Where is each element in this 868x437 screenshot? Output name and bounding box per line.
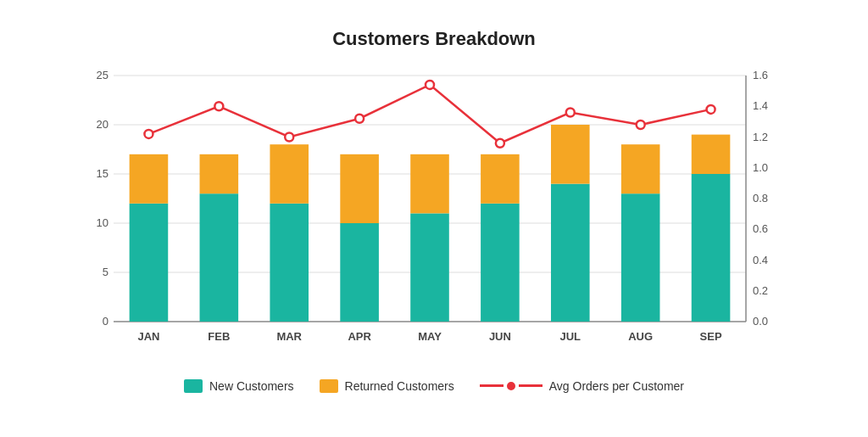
svg-point-51 xyxy=(285,132,293,141)
svg-text:15: 15 xyxy=(97,167,108,180)
svg-rect-27 xyxy=(270,144,309,204)
svg-rect-24 xyxy=(200,193,239,322)
avg-orders-line-seg2 xyxy=(519,384,542,387)
chart-svg: 05101520250.00.20.40.60.81.01.21.41.6JAN… xyxy=(78,59,790,364)
svg-text:JUL: JUL xyxy=(559,330,581,343)
chart-container: Customers Breakdown 05101520250.00.20.40… xyxy=(27,11,841,427)
svg-text:1.6: 1.6 xyxy=(753,69,768,81)
legend-new-customers: New Customers xyxy=(184,379,294,393)
svg-text:SEP: SEP xyxy=(700,330,722,343)
svg-rect-31 xyxy=(410,154,449,213)
svg-text:1.0: 1.0 xyxy=(753,160,768,173)
svg-rect-34 xyxy=(551,183,590,321)
svg-text:0.4: 0.4 xyxy=(753,253,768,266)
legend-returned-customers: Returned Customers xyxy=(320,379,454,393)
chart-area: 05101520250.00.20.40.60.81.01.21.41.6JAN… xyxy=(78,59,790,364)
svg-rect-39 xyxy=(692,134,731,173)
svg-text:0: 0 xyxy=(103,315,108,328)
svg-rect-36 xyxy=(621,193,660,322)
legend: New Customers Returned Customers Avg Ord… xyxy=(78,379,790,393)
svg-rect-25 xyxy=(200,154,239,193)
svg-point-53 xyxy=(426,80,434,88)
svg-rect-35 xyxy=(551,125,590,184)
svg-text:JUN: JUN xyxy=(489,330,511,343)
svg-point-50 xyxy=(214,102,223,110)
svg-rect-37 xyxy=(621,144,660,193)
svg-text:AUG: AUG xyxy=(628,330,653,343)
svg-rect-28 xyxy=(340,223,379,322)
svg-point-49 xyxy=(144,129,153,137)
svg-point-57 xyxy=(707,104,715,113)
svg-text:1.4: 1.4 xyxy=(753,99,768,112)
svg-point-56 xyxy=(637,120,645,129)
svg-text:MAY: MAY xyxy=(418,330,442,343)
chart-title: Customers Breakdown xyxy=(78,28,790,50)
svg-rect-23 xyxy=(130,154,169,203)
returned-customers-label: Returned Customers xyxy=(345,379,454,393)
svg-text:FEB: FEB xyxy=(208,330,230,343)
svg-rect-33 xyxy=(481,154,520,203)
new-customers-label: New Customers xyxy=(209,379,294,393)
svg-text:APR: APR xyxy=(348,330,371,343)
svg-rect-30 xyxy=(410,213,449,322)
svg-rect-38 xyxy=(692,174,731,322)
avg-orders-dot xyxy=(507,382,515,390)
svg-text:0.8: 0.8 xyxy=(753,192,768,204)
legend-avg-orders: Avg Orders per Customer xyxy=(480,379,684,393)
svg-point-54 xyxy=(496,138,504,147)
svg-rect-32 xyxy=(481,203,520,321)
svg-rect-26 xyxy=(270,203,309,321)
svg-text:25: 25 xyxy=(97,69,108,81)
avg-orders-label: Avg Orders per Customer xyxy=(549,379,684,393)
svg-rect-22 xyxy=(130,203,169,321)
svg-text:0.0: 0.0 xyxy=(753,315,768,328)
svg-text:MAR: MAR xyxy=(276,330,302,343)
svg-point-55 xyxy=(566,108,575,116)
svg-text:0.6: 0.6 xyxy=(753,222,768,235)
svg-text:20: 20 xyxy=(97,118,108,131)
avg-orders-line-seg xyxy=(480,384,504,387)
new-customers-swatch xyxy=(184,379,203,393)
svg-text:5: 5 xyxy=(103,266,108,278)
svg-point-52 xyxy=(355,114,364,122)
svg-text:0.2: 0.2 xyxy=(753,283,768,296)
svg-rect-29 xyxy=(340,154,379,222)
svg-text:10: 10 xyxy=(97,216,108,229)
returned-customers-swatch xyxy=(320,379,338,393)
svg-text:1.2: 1.2 xyxy=(753,130,768,143)
svg-text:JAN: JAN xyxy=(137,330,159,343)
